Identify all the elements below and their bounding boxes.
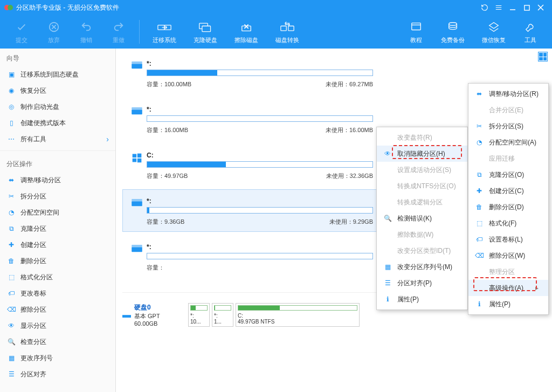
wechat-recover-button[interactable]: 微信恢复 [473,15,514,49]
op-allocate[interactable]: ◔分配空闲空间 [0,204,115,221]
context-menu-item[interactable]: ℹ属性(P) [468,296,548,312]
sidebar: 向导 ▣迁移系统到固态硬盘 ◉恢复分区 ◎制作启动光盘 ▯创建便携式版本 ⋯所有… [0,49,116,392]
chevron-right-icon: ▸ [528,284,539,292]
svg-rect-17 [133,154,137,158]
context-menu-item[interactable]: ☰分区对齐(P) [377,275,467,291]
op-resize[interactable]: ⬌调整/移动分区 [0,172,115,188]
partition-capacity: 容量：9.36GB [147,218,329,226]
fmt-icon: ⬚ [474,218,485,229]
op-clone[interactable]: ⧉克隆分区 [0,221,115,237]
context-menu-item: 整理分区 [468,264,548,280]
blank-icon [382,132,393,143]
svg-rect-18 [137,154,142,158]
wizard-recover-partition[interactable]: ◉恢复分区 [0,82,115,99]
tutorial-button[interactable]: 教程 [400,15,432,49]
disk-segment[interactable]: C:49.97GB NTFS [236,303,360,327]
clone-disk-button[interactable]: 克隆硬盘 [185,15,226,49]
tools-button[interactable]: 工具 [514,15,547,49]
svg-rect-20 [137,159,142,163]
op-align[interactable]: ☰分区对齐 [0,366,115,382]
op-wipe[interactable]: ⌫擦除分区 [0,301,115,318]
commit-button[interactable]: 提交 [5,15,38,49]
svg-rect-19 [133,159,137,162]
windows-icon [127,152,147,163]
convert-disk-button[interactable]: 磁盘转换 [267,15,308,49]
drive-icon [127,243,147,253]
op-format[interactable]: ⬚格式化分区 [0,269,115,285]
create-icon: ✚ [474,185,485,196]
svg-rect-21 [132,201,142,206]
undo-button[interactable]: 撤销 [70,15,102,49]
context-menu-item[interactable]: ℹ属性(P) [377,291,467,307]
redo-button[interactable]: 重做 [102,15,135,49]
op-show[interactable]: 👁显示分区 [0,318,115,334]
context-menu-item[interactable]: 高级操作(A)▸ [468,280,548,296]
disk-segment[interactable]: *:10... [188,303,210,327]
disc-icon: ◎ [6,102,16,112]
maximize-button[interactable] [520,0,534,15]
hide-icon: 👁 [382,148,393,159]
svg-point-12 [449,22,457,25]
partition-usage-bar [147,253,373,259]
wipe-disk-button[interactable]: 擦除磁盘 [226,15,267,49]
op-create[interactable]: ✚创建分区 [0,237,115,253]
context-menu-item[interactable]: ✚创建分区(C) [468,183,548,199]
show-icon: 👁 [6,321,16,331]
svg-rect-9 [281,26,286,31]
partition-free: 未使用：9.29GB [329,218,373,226]
label-icon: 🏷 [6,288,16,298]
context-menu-main: ⬌调整/移动分区(R)合并分区(E)✂拆分分区(S)◔分配空闲空间(A)应用迁移… [468,83,549,315]
wizard-migrate-ssd[interactable]: ▣迁移系统到固态硬盘 [0,66,115,82]
context-menu-item[interactable]: ⬚格式化(F) [468,215,548,231]
context-menu-item[interactable]: 🗑删除分区(D) [468,199,548,215]
svg-rect-22 [132,199,142,201]
context-menu-item[interactable]: ⧉克隆分区(O) [468,167,548,183]
partition-capacity: 容量：100.00MB [147,80,326,88]
context-menu-item[interactable]: 🏷设置卷标(L) [468,231,548,247]
minimize-button[interactable] [506,0,520,15]
close-button[interactable] [534,0,548,15]
split-icon: ✂ [474,121,485,132]
context-menu-item[interactable]: ⌫擦除分区(W) [468,247,548,264]
partition-usage-bar [147,115,373,122]
context-menu-item[interactable]: ✂拆分分区(S) [468,118,548,134]
context-menu-item: 擦除数据(W) [377,226,467,243]
disk-name: 硬盘0 [134,303,188,312]
context-menu-item: 设置成活动分区(S) [377,162,467,178]
op-label[interactable]: 🏷更改卷标 [0,285,115,301]
partition-label: *: [147,60,481,67]
wizard-portable[interactable]: ▯创建便携式版本 [0,115,115,131]
context-menu-item[interactable]: ◔分配空闲空间(A) [468,134,548,150]
wipe-icon: ⌫ [474,250,485,261]
svg-rect-13 [132,64,142,68]
context-submenu-advanced: 改变盘符(R)👁取消隐藏分区(H)设置成活动分区(S)转换成NTFS分区(O)转… [376,127,468,310]
op-split[interactable]: ✂拆分分区 [0,188,115,204]
refresh-button[interactable] [478,0,492,15]
context-menu-item[interactable]: ▦改变分区序列号(M) [377,259,467,275]
partition-free: 未使用：69.27MB [326,80,373,88]
context-menu-item[interactable]: ⬌调整/移动分区(R) [468,86,548,102]
partition-capacity: 容量： [147,264,373,272]
op-delete[interactable]: 🗑删除分区 [0,253,115,269]
op-serial[interactable]: ▦更改序列号 [0,350,115,366]
split-icon: ✂ [6,191,16,201]
wizard-make-bootdisc[interactable]: ◎制作启动光盘 [0,99,115,115]
migrate-os-button[interactable]: 迁移系统 [144,15,185,49]
wizard-all-tools[interactable]: ⋯所有工具› [0,131,115,147]
resize-icon: ⬌ [6,175,16,185]
context-menu-item: 合并分区(E) [468,102,548,118]
drive-icon [127,60,147,70]
menu-button[interactable] [492,0,506,15]
disk-segment[interactable]: *:1... [212,303,233,327]
backup-button[interactable]: 免费备份 [432,15,473,49]
op-check[interactable]: 🔍检查分区 [0,334,115,350]
svg-rect-24 [132,245,142,247]
alloc-icon: ◔ [474,137,485,148]
context-menu-item[interactable]: 👁取消隐藏分区(H) [377,146,467,162]
check-icon: 🔍 [6,337,16,347]
discard-button[interactable]: 放弃 [38,15,70,49]
context-menu-item[interactable]: 🔍检测错误(K) [377,210,467,226]
view-grid-button[interactable] [538,52,548,61]
format-icon: ⬚ [6,272,16,282]
blank-icon [474,283,485,293]
